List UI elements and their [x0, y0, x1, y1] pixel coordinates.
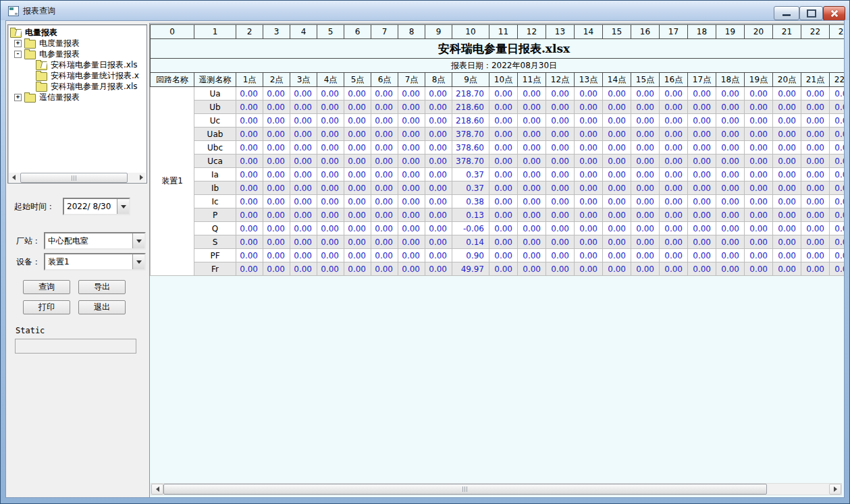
value-cell[interactable]: 0.00 [425, 128, 452, 141]
value-cell[interactable]: 0.00 [290, 235, 317, 249]
value-cell[interactable]: 0.00 [518, 101, 546, 114]
grid-column-number[interactable]: 13 [546, 25, 575, 39]
value-cell[interactable]: 0.00 [518, 195, 546, 208]
value-cell[interactable]: 0.00 [660, 128, 688, 141]
scroll-left-button[interactable] [9, 173, 18, 182]
value-cell[interactable]: 0.00 [773, 155, 801, 168]
value-cell[interactable]: 0.00 [317, 195, 344, 208]
value-cell[interactable]: 0.00 [290, 208, 317, 222]
value-cell[interactable]: 0.00 [317, 155, 344, 168]
value-cell[interactable]: 0.00 [425, 222, 452, 235]
value-cell[interactable]: 0.00 [546, 128, 575, 141]
value-cell[interactable]: 0.00 [398, 208, 425, 222]
value-cell[interactable]: 0.00 [425, 262, 452, 276]
value-cell[interactable]: 0.00 [745, 208, 773, 222]
value-cell[interactable]: 0.00 [317, 128, 344, 141]
value-cell[interactable]: 0.00 [801, 222, 830, 235]
col-header-hour[interactable]: 18点 [716, 73, 745, 87]
value-cell[interactable]: 0.00 [344, 195, 371, 208]
value-cell[interactable]: 0.00 [745, 155, 773, 168]
telemetry-name-cell[interactable]: Uab [194, 128, 236, 141]
value-cell[interactable]: 0.00 [290, 195, 317, 208]
col-header-hour[interactable]: 12点 [546, 73, 575, 87]
value-cell[interactable]: 0.00 [660, 222, 688, 235]
start-date-picker[interactable]: 2022/ 8/30 [63, 198, 130, 215]
value-cell[interactable]: 0.00 [801, 235, 830, 249]
value-cell[interactable]: 0.00 [660, 114, 688, 128]
grid-column-number[interactable]: 5 [317, 25, 344, 39]
value-cell[interactable]: 0.00 [344, 208, 371, 222]
value-cell[interactable]: 0.00 [518, 222, 546, 235]
value-cell[interactable]: 0.00 [518, 208, 546, 222]
value-cell[interactable]: 0.00 [603, 235, 631, 249]
scroll-left-button[interactable] [151, 484, 163, 495]
grid-column-number[interactable]: 19 [716, 25, 745, 39]
value-cell[interactable]: 0.00 [263, 249, 290, 262]
station-dropdown-button[interactable] [132, 233, 144, 248]
value-cell[interactable]: 0.00 [398, 141, 425, 155]
value-cell[interactable]: 0.00 [603, 249, 631, 262]
value-cell[interactable]: 0.00 [603, 195, 631, 208]
value-cell[interactable]: 0.00 [773, 141, 801, 155]
value-cell[interactable]: 0.00 [398, 87, 425, 101]
value-cell[interactable]: 0.00 [317, 262, 344, 276]
value-cell[interactable]: 0.00 [546, 262, 575, 276]
tree-item[interactable]: +遥信量报表 [8, 92, 147, 103]
telemetry-name-cell[interactable]: Ua [194, 87, 236, 101]
value-cell[interactable]: 0.00 [518, 181, 546, 195]
value-cell[interactable]: 0.00 [830, 101, 845, 114]
value-cell[interactable]: 0.00 [631, 155, 660, 168]
value-cell[interactable]: 49.97 [452, 262, 489, 276]
value-cell[interactable]: 0.00 [344, 87, 371, 101]
col-header-hour[interactable]: 11点 [518, 73, 546, 87]
value-cell[interactable]: 0.00 [489, 262, 518, 276]
value-cell[interactable]: 0.00 [631, 249, 660, 262]
value-cell[interactable]: 0.00 [716, 168, 745, 181]
value-cell[interactable]: 0.00 [660, 262, 688, 276]
value-cell[interactable]: 0.00 [344, 249, 371, 262]
grid-column-number[interactable]: 10 [452, 25, 489, 39]
value-cell[interactable]: 0.00 [398, 168, 425, 181]
grid-column-number[interactable]: 21 [773, 25, 801, 39]
value-cell[interactable]: 0.00 [290, 168, 317, 181]
value-cell[interactable]: 0.00 [631, 101, 660, 114]
value-cell[interactable]: 0.00 [801, 114, 830, 128]
value-cell[interactable]: 0.00 [745, 249, 773, 262]
value-cell[interactable]: 0.00 [546, 195, 575, 208]
value-cell[interactable]: 0.00 [398, 128, 425, 141]
grid-column-number[interactable]: 17 [660, 25, 688, 39]
value-cell[interactable]: 0.00 [745, 195, 773, 208]
col-header-hour[interactable]: 17点 [688, 73, 716, 87]
report-date[interactable]: 报表日期：2022年08月30日 [151, 59, 845, 73]
grid-column-number[interactable]: 6 [344, 25, 371, 39]
value-cell[interactable]: 0.00 [830, 222, 845, 235]
value-cell[interactable]: 0.00 [575, 195, 603, 208]
col-header-hour[interactable]: 10点 [489, 73, 518, 87]
value-cell[interactable]: 0.00 [371, 101, 398, 114]
value-cell[interactable]: 0.00 [489, 114, 518, 128]
value-cell[interactable]: 0.00 [773, 222, 801, 235]
value-cell[interactable]: 0.00 [688, 141, 716, 155]
value-cell[interactable]: 0.00 [773, 249, 801, 262]
device-select[interactable]: 装置1 [44, 253, 146, 271]
tree-item[interactable]: 安科瑞电参量统计报表.x [8, 70, 147, 81]
value-cell[interactable]: 0.00 [603, 181, 631, 195]
value-cell[interactable]: 0.00 [344, 101, 371, 114]
value-cell[interactable]: 0.00 [745, 181, 773, 195]
value-cell[interactable]: 0.00 [688, 114, 716, 128]
value-cell[interactable]: 0.00 [773, 181, 801, 195]
value-cell[interactable]: 0.00 [290, 155, 317, 168]
value-cell[interactable]: 0.00 [371, 155, 398, 168]
value-cell[interactable]: 0.00 [344, 262, 371, 276]
value-cell[interactable]: 0.00 [830, 208, 845, 222]
restore-button[interactable] [799, 6, 823, 20]
grid-column-number[interactable]: 11 [489, 25, 518, 39]
value-cell[interactable]: 0.00 [773, 235, 801, 249]
value-cell[interactable]: 0.00 [518, 249, 546, 262]
value-cell[interactable]: 0.00 [371, 235, 398, 249]
value-cell[interactable]: 0.00 [830, 128, 845, 141]
grid-column-number[interactable]: 15 [603, 25, 631, 39]
tree-item[interactable]: -电参量报表 [8, 49, 147, 59]
value-cell[interactable]: 0.00 [716, 114, 745, 128]
value-cell[interactable]: 0.00 [660, 208, 688, 222]
